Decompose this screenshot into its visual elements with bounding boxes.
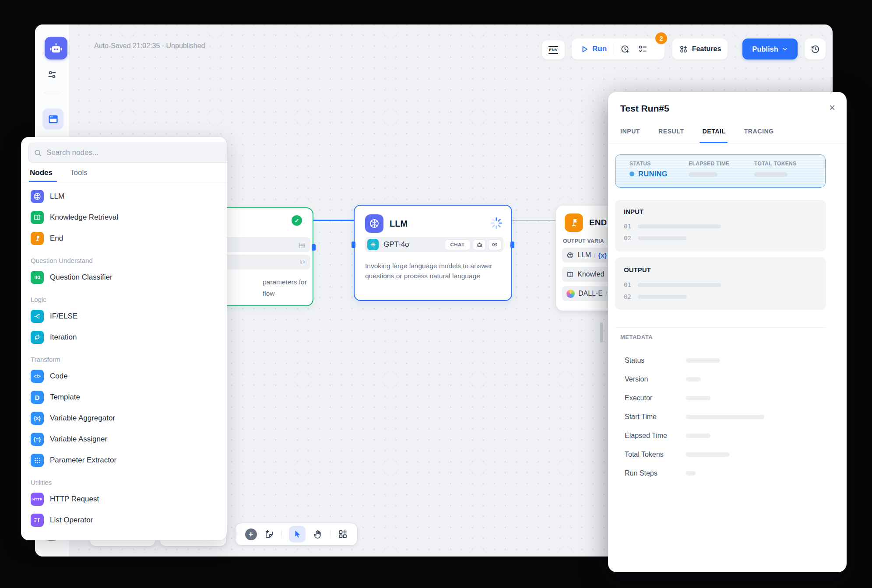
llm-node-title: LLM <box>390 219 408 229</box>
run-button[interactable]: Run <box>572 45 613 53</box>
model-name: GPT-4o <box>383 240 409 249</box>
book-icon <box>31 211 44 224</box>
robot-icon <box>49 41 63 55</box>
panel-title: Test Run#5 <box>620 103 669 114</box>
node-selector-panel: Search nodes... Nodes Tools LLM Knowledg… <box>21 137 227 540</box>
node-item-code[interactable]: </> Code <box>27 366 221 387</box>
publish-button[interactable]: Publish <box>742 38 798 60</box>
features-button[interactable]: Features <box>672 38 728 60</box>
node-item-llm[interactable]: LLM <box>27 186 221 207</box>
metadata-row-elapsed-time: Elapsed Time <box>625 426 830 445</box>
node-item-question-classifier[interactable]: Question Classifier <box>27 267 221 288</box>
search-input[interactable]: Search nodes... <box>28 143 227 163</box>
flag-icon <box>31 232 44 245</box>
group-divider <box>613 45 613 53</box>
test-run-panel: Test Run#5 × INPUT RESULT DETAIL TRACING… <box>608 92 847 572</box>
active-tab-underline <box>700 142 728 143</box>
value-skeleton <box>686 396 710 400</box>
node-item-http-request[interactable]: HTTP HTTP Request <box>27 489 221 510</box>
tabs-divider <box>608 143 847 144</box>
hand-tool-button[interactable] <box>313 529 323 539</box>
run-history-icon[interactable] <box>620 44 630 54</box>
chat-mode-badge: CHAT <box>445 239 470 250</box>
section-logic: Logic <box>31 296 221 303</box>
node-item-parameter-extractor[interactable]: Parameter Extractor <box>27 450 221 471</box>
end-var-sep: / <box>605 290 607 298</box>
tab-input[interactable]: INPUT <box>620 128 640 135</box>
app-icon[interactable] <box>45 37 67 60</box>
pointer-tool-button[interactable] <box>289 526 306 542</box>
add-note-button[interactable] <box>264 529 274 539</box>
node-item-knowledge-retrieval[interactable]: Knowledge Retrieval <box>27 207 221 228</box>
close-icon[interactable]: × <box>829 102 835 113</box>
dalle-icon <box>566 290 575 298</box>
tab-nodes[interactable]: Nodes <box>30 168 53 177</box>
panel-tabs: INPUT RESULT DETAIL TRACING <box>620 128 774 135</box>
edge-llm-to-end <box>510 220 557 221</box>
code-icon: </> <box>31 370 44 383</box>
tab-tools[interactable]: Tools <box>70 168 88 177</box>
version-history-button[interactable] <box>805 38 826 60</box>
panel-resize-handle[interactable] <box>600 322 603 343</box>
end-node-title: END <box>589 218 607 228</box>
tab-tracing[interactable]: TRACING <box>744 128 774 135</box>
success-check-icon: ✓ <box>292 215 302 226</box>
workflow-tab-active[interactable] <box>42 108 63 130</box>
env-button[interactable]: ENV <box>542 40 565 60</box>
value-skeleton <box>638 236 687 240</box>
checklist-icon[interactable] <box>638 44 648 54</box>
search-placeholder: Search nodes... <box>46 148 98 157</box>
checklist-badge: 2 <box>655 32 667 44</box>
features-icon <box>679 45 688 54</box>
llm-node[interactable]: LLM ✳ GPT-4o CHAT <box>354 205 512 301</box>
node-item-iteration[interactable]: Iteration <box>27 327 221 348</box>
node-item-if-else[interactable]: IF/ELSE <box>27 306 221 327</box>
llm-model-row[interactable]: ✳ GPT-4o CHAT <box>365 237 503 252</box>
start-node-output-handle[interactable] <box>312 244 316 251</box>
end-var-token: {x} <box>598 252 607 259</box>
end-var-source: Knowled <box>577 270 604 278</box>
openai-model-icon: ✳ <box>367 239 379 250</box>
classifier-icon <box>31 271 44 284</box>
status-label: STATUS <box>629 161 651 167</box>
history-icon <box>810 44 820 54</box>
llm-node-description: Invoking large language models to answer… <box>365 261 503 281</box>
value-skeleton <box>638 224 721 228</box>
metadata-divider <box>615 327 826 328</box>
total-tokens-skeleton <box>754 172 788 177</box>
node-item-end[interactable]: End <box>27 228 221 249</box>
node-item-list-operator[interactable]: List Operator <box>27 510 221 531</box>
copy-icon: ⧉ <box>300 258 305 266</box>
section-utilities: Utilities <box>31 479 221 486</box>
metadata-row-total-tokens: Total Tokens <box>625 445 830 464</box>
output-title: OUTPUT <box>624 266 651 273</box>
agent-badge-icon <box>473 239 486 250</box>
end-var-source: LLM <box>577 251 591 259</box>
http-icon: HTTP <box>31 493 44 506</box>
spinner-icon <box>489 216 503 230</box>
node-item-variable-aggregator[interactable]: {x} Variable Aggregator <box>27 408 221 429</box>
env-icon: ENV <box>549 46 558 54</box>
llm-node-input-handle[interactable] <box>352 242 355 248</box>
status-card: STATUS RUNING ELAPSED TIME TOTAL TOKENS <box>615 154 826 188</box>
node-item-variable-assigner[interactable]: {=} Variable Assigner <box>27 429 221 450</box>
add-node-button[interactable]: + <box>245 528 257 540</box>
metadata-title: METADATA <box>620 334 653 340</box>
chevron-down-icon <box>782 46 788 52</box>
row-index: 01 <box>624 281 631 288</box>
organize-nodes-button[interactable] <box>338 529 348 539</box>
tab-detail[interactable]: DETAIL <box>703 128 726 135</box>
tabs-divider <box>21 182 227 182</box>
end-var-source: DALL-E <box>578 290 603 298</box>
input-card: INPUT 01 02 <box>615 200 826 252</box>
template-icon: D <box>31 391 44 404</box>
llm-node-output-handle[interactable] <box>510 242 514 248</box>
value-skeleton <box>686 434 710 438</box>
metadata-row-start-time: Start Time <box>625 407 830 426</box>
tab-result[interactable]: RESULT <box>658 128 684 135</box>
node-item-template[interactable]: D Template <box>27 387 221 408</box>
sidebar-divider <box>44 93 60 93</box>
document-icon: ▤ <box>299 241 305 249</box>
orchestrate-settings-icon[interactable] <box>46 69 58 80</box>
branch-icon <box>31 310 44 323</box>
